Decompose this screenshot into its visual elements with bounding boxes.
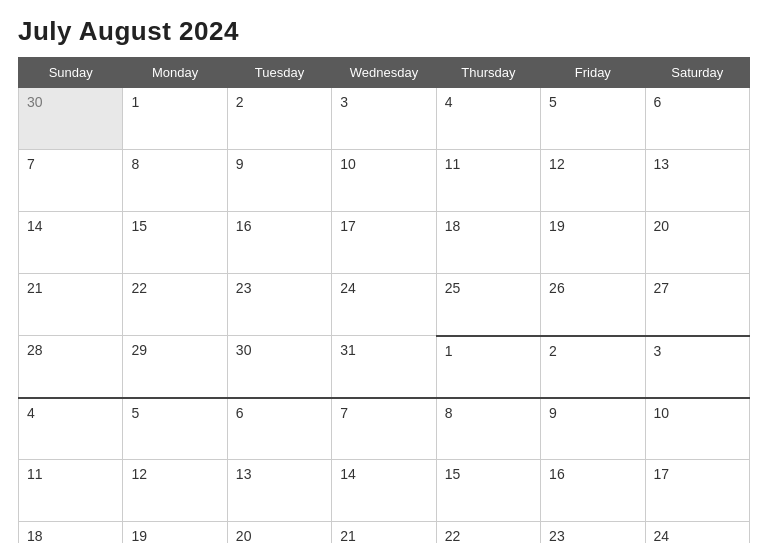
calendar-cell: 29: [123, 336, 227, 398]
calendar-cell: 23: [541, 522, 645, 544]
calendar-cell: 13: [227, 460, 331, 522]
calendar-cell: 26: [541, 274, 645, 336]
calendar-table: SundayMondayTuesdayWednesdayThursdayFrid…: [18, 57, 750, 543]
calendar-cell: 20: [227, 522, 331, 544]
calendar-cell: 9: [541, 398, 645, 460]
calendar-cell: 21: [332, 522, 436, 544]
header-cell-wednesday: Wednesday: [332, 58, 436, 88]
calendar-cell: 3: [645, 336, 749, 398]
calendar-cell: 10: [645, 398, 749, 460]
header-cell-tuesday: Tuesday: [227, 58, 331, 88]
calendar-cell: 6: [645, 88, 749, 150]
calendar-cell: 5: [541, 88, 645, 150]
calendar-cell: 18: [436, 212, 540, 274]
header-cell-thursday: Thursday: [436, 58, 540, 88]
calendar-cell: 22: [436, 522, 540, 544]
calendar-cell: 1: [123, 88, 227, 150]
calendar-row: 18192021222324: [19, 522, 750, 544]
calendar-row: 21222324252627: [19, 274, 750, 336]
calendar-cell: 21: [19, 274, 123, 336]
calendar-cell: 20: [645, 212, 749, 274]
calendar-cell: 12: [123, 460, 227, 522]
calendar-header: SundayMondayTuesdayWednesdayThursdayFrid…: [19, 58, 750, 88]
calendar-cell: 3: [332, 88, 436, 150]
calendar-cell: 30: [19, 88, 123, 150]
calendar-row: 30123456: [19, 88, 750, 150]
header-cell-sunday: Sunday: [19, 58, 123, 88]
calendar-page: July August 2024 SundayMondayTuesdayWedn…: [0, 0, 768, 543]
calendar-cell: 16: [227, 212, 331, 274]
calendar-cell: 7: [332, 398, 436, 460]
calendar-row: 11121314151617: [19, 460, 750, 522]
calendar-row: 78910111213: [19, 150, 750, 212]
calendar-cell: 25: [436, 274, 540, 336]
calendar-cell: 30: [227, 336, 331, 398]
calendar-cell: 8: [436, 398, 540, 460]
header-cell-friday: Friday: [541, 58, 645, 88]
calendar-row: 28293031123: [19, 336, 750, 398]
calendar-cell: 19: [123, 522, 227, 544]
calendar-cell: 8: [123, 150, 227, 212]
calendar-cell: 14: [19, 212, 123, 274]
calendar-cell: 9: [227, 150, 331, 212]
calendar-cell: 22: [123, 274, 227, 336]
calendar-cell: 1: [436, 336, 540, 398]
calendar-cell: 23: [227, 274, 331, 336]
calendar-cell: 24: [332, 274, 436, 336]
header-cell-monday: Monday: [123, 58, 227, 88]
calendar-cell: 11: [436, 150, 540, 212]
calendar-cell: 10: [332, 150, 436, 212]
calendar-cell: 17: [645, 460, 749, 522]
calendar-cell: 15: [436, 460, 540, 522]
calendar-row: 14151617181920: [19, 212, 750, 274]
calendar-cell: 14: [332, 460, 436, 522]
calendar-cell: 7: [19, 150, 123, 212]
calendar-cell: 11: [19, 460, 123, 522]
calendar-cell: 28: [19, 336, 123, 398]
calendar-cell: 31: [332, 336, 436, 398]
calendar-cell: 16: [541, 460, 645, 522]
header-row: SundayMondayTuesdayWednesdayThursdayFrid…: [19, 58, 750, 88]
calendar-cell: 15: [123, 212, 227, 274]
calendar-cell: 4: [436, 88, 540, 150]
calendar-cell: 12: [541, 150, 645, 212]
calendar-row: 45678910: [19, 398, 750, 460]
calendar-cell: 2: [541, 336, 645, 398]
header-cell-saturday: Saturday: [645, 58, 749, 88]
calendar-cell: 19: [541, 212, 645, 274]
calendar-cell: 17: [332, 212, 436, 274]
calendar-cell: 5: [123, 398, 227, 460]
calendar-body: 3012345678910111213141516171819202122232…: [19, 88, 750, 544]
calendar-cell: 27: [645, 274, 749, 336]
calendar-cell: 2: [227, 88, 331, 150]
calendar-cell: 4: [19, 398, 123, 460]
calendar-cell: 24: [645, 522, 749, 544]
calendar-title: July August 2024: [18, 16, 750, 47]
calendar-cell: 6: [227, 398, 331, 460]
calendar-cell: 18: [19, 522, 123, 544]
calendar-cell: 13: [645, 150, 749, 212]
